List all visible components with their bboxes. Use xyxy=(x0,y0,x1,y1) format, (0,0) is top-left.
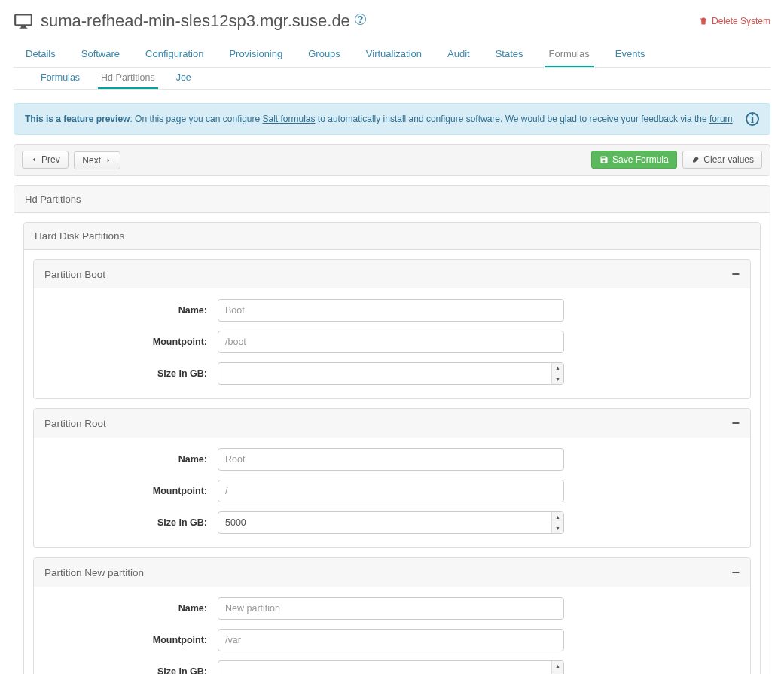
tab-formulas[interactable]: Formulas xyxy=(545,42,594,67)
tab-configuration[interactable]: Configuration xyxy=(141,42,208,67)
clear-label: Clear values xyxy=(703,154,754,165)
partition-header: Partition Boot xyxy=(44,269,105,280)
save-formula-button[interactable]: Save Formula xyxy=(591,151,677,169)
next-label: Next xyxy=(82,155,101,166)
info-icon: i xyxy=(746,112,759,126)
tab-groups[interactable]: Groups xyxy=(304,42,345,67)
remove-partition-button[interactable]: − xyxy=(731,267,740,281)
label-mountpoint: Mountpoint: xyxy=(44,337,218,347)
info-banner: This is a feature preview: On this page … xyxy=(14,103,770,135)
banner-text1: : On this page you can configure xyxy=(130,114,262,124)
spinner-down[interactable]: ▼ xyxy=(552,523,563,534)
label-size: Size in GB: xyxy=(44,368,218,379)
page-title-text: suma-refhead-min-sles12sp3.mgr.suse.de xyxy=(41,11,350,31)
remove-partition-button[interactable]: − xyxy=(731,566,740,579)
banner-text2: to automatically install and configure s… xyxy=(316,114,709,124)
label-name: Name: xyxy=(44,603,218,614)
panel-header: Hd Partitions xyxy=(14,186,770,213)
clear-values-button[interactable]: Clear values xyxy=(682,151,762,169)
tab-states[interactable]: States xyxy=(491,42,528,67)
input-mountpoint[interactable] xyxy=(218,331,564,353)
spinner-up[interactable]: ▲ xyxy=(552,661,563,672)
banner-link-forum[interactable]: forum xyxy=(709,114,733,124)
label-name: Name: xyxy=(44,305,218,316)
tab-provisioning[interactable]: Provisioning xyxy=(224,42,287,67)
arrow-right-icon xyxy=(105,157,112,164)
spinner: ▲ ▼ xyxy=(551,363,563,384)
banner-bold: This is a feature preview xyxy=(25,114,130,124)
input-size[interactable] xyxy=(218,362,564,385)
partition-header: Partition New partition xyxy=(44,567,144,578)
tabs-secondary: Formulas Hd Partitions Joe xyxy=(14,68,770,90)
input-size[interactable] xyxy=(218,511,564,534)
section-title: Hard Disk Partitions xyxy=(24,223,760,250)
eraser-icon xyxy=(691,155,700,164)
spinner: ▲ ▼ xyxy=(551,661,563,674)
prev-label: Prev xyxy=(41,154,60,165)
input-name[interactable] xyxy=(218,448,564,471)
subtab-hd-partitions[interactable]: Hd Partitions xyxy=(98,68,158,89)
spinner-up[interactable]: ▲ xyxy=(552,512,563,523)
subtab-joe[interactable]: Joe xyxy=(173,68,194,89)
partition-panel-boot: Partition Boot − Name: Mountpoint: xyxy=(33,259,751,399)
arrow-left-icon xyxy=(30,156,38,163)
trash-icon xyxy=(699,17,708,26)
help-icon[interactable]: ? xyxy=(355,14,366,25)
label-name: Name: xyxy=(44,454,218,465)
section-hard-disk-partitions: Hard Disk Partitions Partition Boot − Na… xyxy=(23,222,761,674)
save-label: Save Formula xyxy=(612,154,669,165)
input-mountpoint[interactable] xyxy=(218,480,564,502)
input-name[interactable] xyxy=(218,299,564,322)
desktop-icon xyxy=(14,11,33,31)
label-size: Size in GB: xyxy=(44,666,218,674)
label-mountpoint: Mountpoint: xyxy=(44,635,218,645)
tab-events[interactable]: Events xyxy=(611,42,650,67)
tab-software[interactable]: Software xyxy=(77,42,124,67)
tabs-primary: Details Software Configuration Provision… xyxy=(14,42,770,68)
input-size[interactable] xyxy=(218,660,564,674)
spinner-up[interactable]: ▲ xyxy=(552,363,563,374)
partition-panel-new: Partition New partition − Name: Mountpoi… xyxy=(33,557,751,674)
label-size: Size in GB: xyxy=(44,517,218,528)
input-mountpoint[interactable] xyxy=(218,629,564,651)
tab-details[interactable]: Details xyxy=(21,42,60,67)
partition-panel-root: Partition Root − Name: Mountpoint: xyxy=(33,408,751,548)
delete-system-link[interactable]: Delete System xyxy=(699,16,770,26)
prev-button[interactable]: Prev xyxy=(22,151,69,169)
tab-virtualization[interactable]: Virtualization xyxy=(361,42,426,67)
page-title: suma-refhead-min-sles12sp3.mgr.suse.de ? xyxy=(41,11,366,31)
save-icon xyxy=(599,155,609,164)
panel-hd-partitions: Hd Partitions Hard Disk Partitions Parti… xyxy=(14,185,770,674)
spinner: ▲ ▼ xyxy=(551,512,563,533)
label-mountpoint: Mountpoint: xyxy=(44,486,218,496)
toolbar: Prev Next Save Formula Clear values xyxy=(14,144,770,176)
next-button[interactable]: Next xyxy=(74,151,120,169)
partition-header: Partition Root xyxy=(44,418,106,429)
input-name[interactable] xyxy=(218,597,564,620)
spinner-down[interactable]: ▼ xyxy=(552,374,563,385)
banner-link-salt[interactable]: Salt formulas xyxy=(263,114,316,124)
subtab-formulas[interactable]: Formulas xyxy=(38,68,83,89)
remove-partition-button[interactable]: − xyxy=(731,416,740,430)
banner-text3: . xyxy=(733,114,735,124)
tab-audit[interactable]: Audit xyxy=(443,42,474,67)
delete-system-label: Delete System xyxy=(712,16,770,26)
